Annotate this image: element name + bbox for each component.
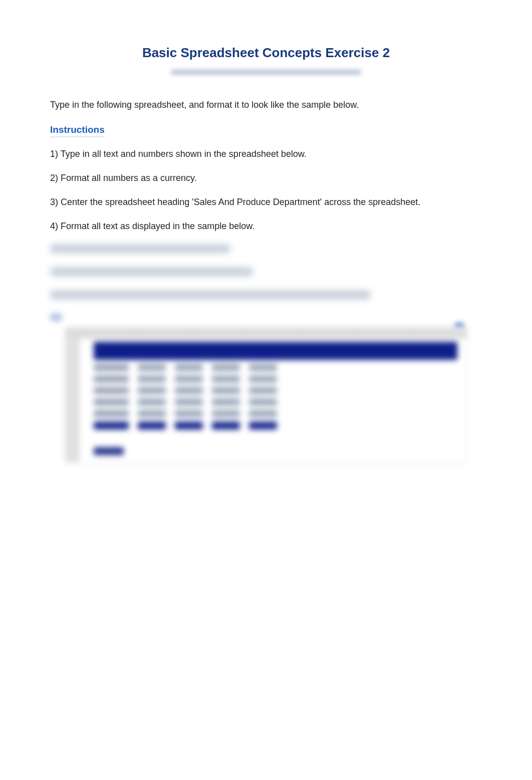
grid-area [80,339,466,463]
instruction-step-1: 1) Type in all text and numbers shown in… [50,147,482,160]
column-header [190,328,245,339]
title-underline [171,70,361,75]
row-header [66,339,80,350]
row-header [66,449,80,460]
footer-row [94,447,457,458]
cell-value [175,410,203,417]
cell-value [212,375,240,382]
total-row [94,422,457,432]
row-header [66,394,80,405]
blurred-instruction-6 [50,267,253,276]
instructions-heading: Instructions [50,124,105,137]
blurred-label [50,313,62,321]
cell-value [212,410,240,417]
data-row [94,364,457,374]
row-label [94,375,129,382]
cell-value [212,422,240,430]
cell-value [249,399,277,406]
column-header-row [66,328,466,339]
footer-label [94,447,124,455]
cell-value [175,399,203,406]
row-header [66,427,80,438]
column-header [135,328,190,339]
row-header [66,372,80,383]
cell-value [212,399,240,406]
spreadsheet-sample [65,327,467,464]
cell-value [249,422,277,430]
blurred-instruction-7 [50,290,371,299]
row-header [66,416,80,427]
column-header [356,328,411,339]
select-all-corner [66,328,80,339]
cell-value [175,375,203,382]
intro-text: Type in the following spreadsheet, and f… [50,99,482,111]
data-row [94,399,457,409]
column-header [245,328,301,339]
row-label [94,410,129,417]
row-header [66,438,80,449]
cell-value [175,422,203,430]
instruction-step-4: 4) Format all text as displayed in the s… [50,220,482,233]
cell-value [249,375,277,382]
cell-value [138,422,166,430]
cell-value [249,364,277,371]
cell-value [138,399,166,406]
row-header [66,383,80,394]
row-header [66,405,80,416]
column-header [301,328,356,339]
cell-value [249,387,277,394]
cell-value [212,387,240,394]
spacer [80,433,466,447]
data-row [94,410,457,420]
sheet-body [66,339,466,463]
column-header [411,328,466,339]
row-label [94,364,129,371]
cell-value [138,375,166,382]
cell-value [138,387,166,394]
row-headers [66,339,80,463]
cell-value [138,410,166,417]
row-label [94,387,129,394]
blurred-instruction-5 [50,244,230,253]
cell-value [249,410,277,417]
cell-value [138,364,166,371]
data-row [94,387,457,397]
data-rows [94,364,457,432]
cell-value [175,364,203,371]
cell-value [212,364,240,371]
row-header [66,350,80,361]
row-label [94,422,129,430]
instruction-step-2: 2) Format all numbers as a currency. [50,171,482,184]
row-header [66,361,80,372]
data-row [94,375,457,385]
cell-value [175,387,203,394]
row-label [94,399,129,406]
column-header [80,328,135,339]
spreadsheet-sample-wrapper [65,327,467,464]
spreadsheet-banner [94,342,457,360]
instruction-step-3: 3) Center the spreadsheet heading 'Sales… [50,196,482,209]
page-title: Basic Spreadsheet Concepts Exercise 2 [50,45,482,61]
